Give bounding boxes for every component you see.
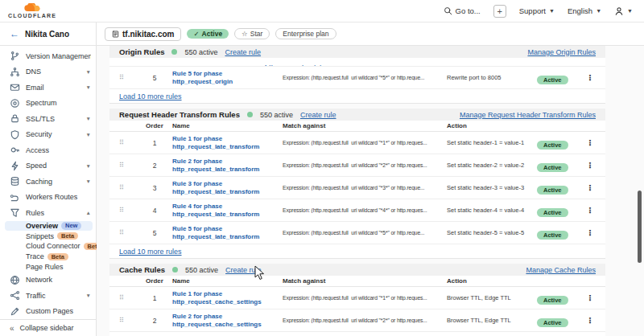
back-arrow-icon[interactable]: ←: [10, 28, 19, 39]
rule-name-link[interactable]: http_request_cache_settings: [172, 298, 283, 306]
rule-name-link[interactable]: http_request_late_transform: [172, 188, 283, 196]
manage-rules-link[interactable]: Manage Request Header Transform Rules: [460, 111, 596, 119]
create-rule-link[interactable]: Create rule: [300, 111, 336, 119]
sidebar-item-page-rules[interactable]: Page Rules: [0, 262, 96, 272]
create-rule-link[interactable]: Create rule: [225, 48, 262, 56]
account-breadcrumb: ← Nikita Cano: [0, 23, 97, 45]
sidebar-item-label: Custom Pages: [26, 307, 91, 315]
create-rule-link[interactable]: Create rule: [225, 266, 262, 274]
sidebar-item-trace[interactable]: Trace Beta: [0, 252, 96, 262]
drag-handle-icon[interactable]: ⠿: [119, 294, 137, 301]
manage-rules-link[interactable]: Manage Cache Rules: [526, 266, 596, 274]
sidebar-item-traffic[interactable]: Traffic ▼: [0, 288, 96, 304]
rules-table: http_request_origin ⠿ 5 Rule 5 for phase…: [109, 58, 605, 104]
kebab-menu-icon[interactable]: ⋮: [583, 293, 597, 302]
sidebar-item-ssl-tls[interactable]: SSL/TLS ▼: [0, 111, 96, 127]
rule-name-link[interactable]: http_request_late_transform: [172, 233, 283, 241]
drag-handle-icon[interactable]: ⠿: [119, 184, 137, 191]
rule-name-link[interactable]: Rule 5 for phase: [172, 225, 283, 233]
rule-name-link[interactable]: http_request_late_transform: [172, 143, 283, 151]
section-title: Request Header Transform Rules: [119, 110, 240, 119]
kebab-menu-icon[interactable]: ⋮: [583, 183, 597, 192]
manage-rules-link[interactable]: Manage Origin Rules: [527, 48, 596, 56]
sidebar-subitem-label: Snippets: [26, 232, 54, 240]
status-cell: Active: [537, 181, 583, 195]
rule-name-link[interactable]: Rule 2 for phase: [172, 158, 283, 166]
plan-badge: Enterprise plan: [275, 28, 336, 40]
rule-name-link[interactable]: Rule 1 for phase: [172, 290, 283, 298]
table-row: ⠿ 5 Rule 5 for phase http_request_late_t…: [109, 222, 605, 244]
status-dot-icon: [247, 112, 253, 117]
caching-icon: [10, 176, 20, 186]
drag-handle-icon[interactable]: ⠿: [119, 207, 137, 214]
rule-name-link[interactable]: http_request_origin: [172, 78, 283, 86]
drag-handle-icon[interactable]: ⠿: [119, 317, 137, 324]
account-menu[interactable]: ▼: [614, 6, 633, 16]
account-name[interactable]: Nikita Cano: [25, 30, 69, 39]
zone-selector[interactable]: tf.nikitac.com: [105, 27, 181, 41]
rule-name-link[interactable]: Rule 4 for phase: [172, 203, 283, 211]
kebab-menu-icon[interactable]: ⋮: [583, 73, 597, 82]
rule-name-link[interactable]: Rule 2 for phase: [172, 313, 283, 321]
email-icon: [10, 82, 20, 92]
status-dot-icon: [171, 49, 177, 55]
sidebar-item-spectrum[interactable]: Spectrum: [0, 96, 96, 112]
sidebar-item-cloud-connector[interactable]: Cloud Connector Beta: [0, 241, 96, 252]
support-label: Support: [519, 6, 546, 15]
sidebar-item-overview[interactable]: Overview New: [5, 221, 93, 232]
drag-handle-icon[interactable]: ⠿: [119, 229, 137, 236]
language-menu[interactable]: English ▼: [568, 6, 601, 15]
rule-order: 1: [137, 294, 172, 302]
rule-name-link[interactable]: http_request_cache_settings: [172, 321, 283, 329]
kebab-menu-icon[interactable]: ⋮: [583, 228, 597, 237]
sidebar-item-label: Spectrum: [26, 99, 91, 107]
goto-search[interactable]: Go to...: [444, 6, 481, 15]
drag-handle-icon[interactable]: ⠿: [119, 74, 137, 81]
sidebar-item-label: Email: [26, 84, 80, 92]
collapse-sidebar-button[interactable]: « Collapse sidebar: [0, 319, 96, 336]
rule-name-link[interactable]: Rule 3 for phase: [172, 180, 283, 188]
status-badge: Active: [537, 76, 568, 85]
traffic-icon: [10, 290, 20, 301]
kebab-menu-icon[interactable]: ⋮: [583, 316, 597, 325]
sidebar-item-speed[interactable]: Speed ▼: [0, 158, 96, 174]
rule-name-link[interactable]: Rule 5 for phase: [172, 70, 283, 78]
sidebar-item-rules[interactable]: Rules ▲: [0, 205, 96, 221]
sidebar-subitem-label: Trace: [26, 252, 44, 260]
vertical-scrollbar[interactable]: [638, 191, 642, 263]
status-cell: Active: [537, 71, 583, 85]
kebab-menu-icon[interactable]: ⋮: [583, 206, 597, 215]
sidebar-item-security[interactable]: Security ▼: [0, 127, 96, 143]
drag-handle-icon[interactable]: ⠿: [119, 162, 137, 169]
chevron-icon: ▲: [86, 210, 91, 215]
sidebar: Version Management DNS ▼ Email ▼ Spectru…: [0, 46, 97, 336]
load-more-link[interactable]: Load 10 more rules: [119, 248, 182, 256]
cloudflare-cloud-icon: [23, 3, 41, 12]
cloudflare-logo[interactable]: CLOUDFLARE: [8, 3, 56, 18]
section-header: Origin Rules 550 active Create rule Mana…: [109, 46, 605, 58]
sidebar-item-custom-pages[interactable]: Custom Pages: [0, 303, 96, 319]
table-header-row: Order Name Match against Action: [109, 276, 605, 287]
sidebar-item-dns[interactable]: DNS ▼: [0, 64, 96, 80]
drag-handle-icon[interactable]: ⠿: [119, 139, 137, 146]
load-more-link[interactable]: Load 10 more rules: [119, 92, 182, 100]
sidebar-item-snippets[interactable]: Snippets Beta: [0, 231, 96, 241]
sidebar-item-access[interactable]: Access: [0, 142, 96, 158]
sidebar-item-network[interactable]: Network: [0, 272, 96, 288]
sidebar-item-workers-routes[interactable]: Workers Routes: [0, 190, 96, 206]
rule-name-link[interactable]: Rule 1 for phase: [172, 135, 283, 143]
star-button[interactable]: ☆ Star: [234, 28, 270, 40]
sidebar-item-email[interactable]: Email ▼: [0, 80, 96, 96]
support-menu[interactable]: Support ▼: [519, 6, 555, 15]
rules-section: Origin Rules 550 active Create rule Mana…: [109, 46, 605, 104]
sidebar-item-caching[interactable]: Caching ▼: [0, 174, 96, 190]
ssl-tls-icon: [10, 113, 20, 124]
kebab-menu-icon[interactable]: ⋮: [583, 161, 597, 170]
column-header-match: Match against: [283, 122, 447, 129]
kebab-menu-icon[interactable]: ⋮: [583, 138, 597, 147]
rule-name-link[interactable]: http_request_late_transform: [172, 211, 283, 219]
add-site-button[interactable]: +: [493, 5, 506, 18]
rule-action: Set static header-1 = value-1: [447, 139, 537, 146]
sidebar-item-version-management[interactable]: Version Management: [0, 48, 96, 64]
rule-name-link[interactable]: http_request_late_transform: [172, 166, 283, 174]
